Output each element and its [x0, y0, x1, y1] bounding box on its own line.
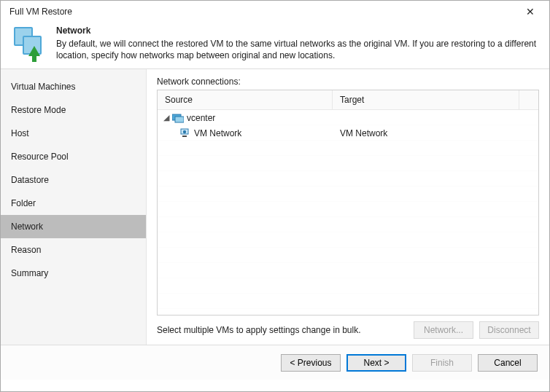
connections-grid: Source Target ◢ vcenter — [157, 90, 539, 315]
disconnect-button: Disconnect — [479, 321, 539, 339]
wizard-footer: < Previous Next > Finish Cancel — [1, 345, 549, 380]
source-network-label: VM Network — [194, 128, 241, 138]
sidebar-item-network[interactable]: Network — [1, 215, 146, 238]
finish-button: Finish — [412, 354, 472, 372]
tree-root-label: vcenter — [187, 113, 215, 123]
svg-point-3 — [183, 130, 186, 133]
column-target[interactable]: Target — [333, 90, 519, 109]
expand-caret-icon[interactable]: ◢ — [163, 113, 169, 122]
main-panel: Network connections: Source Target ◢ vce… — [147, 69, 549, 345]
previous-button[interactable]: < Previous — [281, 354, 341, 372]
grid-body[interactable]: ◢ vcenter VM Network V — [158, 110, 538, 315]
network-icon — [179, 128, 191, 138]
sidebar-item-host[interactable]: Host — [1, 122, 146, 145]
sidebar-item-folder[interactable]: Folder — [1, 192, 146, 215]
sidebar: Virtual Machines Restore Mode Host Resou… — [1, 69, 147, 345]
column-spacer — [519, 90, 538, 109]
column-source[interactable]: Source — [158, 90, 333, 109]
network-button: Network... — [414, 321, 473, 339]
vcenter-icon — [172, 113, 184, 123]
hint-text: Select multiple VMs to apply settings ch… — [157, 325, 360, 335]
window-title: Full VM Restore — [9, 7, 72, 17]
cancel-button[interactable]: Cancel — [478, 354, 538, 372]
sidebar-item-summary[interactable]: Summary — [1, 262, 146, 285]
target-network-label: VM Network — [333, 128, 538, 138]
wizard-body: Virtual Machines Restore Mode Host Resou… — [1, 69, 549, 345]
header-title: Network — [56, 26, 538, 36]
close-button[interactable]: ✕ — [519, 3, 542, 20]
header-description: By default, we will connect the restored… — [56, 38, 538, 61]
next-button[interactable]: Next > — [346, 354, 406, 372]
connections-label: Network connections: — [157, 77, 539, 87]
sidebar-item-reason[interactable]: Reason — [1, 238, 146, 262]
restore-icon — [12, 26, 47, 60]
hint-row: Select multiple VMs to apply settings ch… — [157, 315, 539, 339]
svg-rect-1 — [175, 117, 184, 122]
wizard-header: Network By default, we will connect the … — [1, 23, 549, 68]
svg-rect-4 — [182, 136, 187, 137]
tree-child-row[interactable]: VM Network VM Network — [158, 125, 538, 141]
grid-header: Source Target — [158, 90, 538, 110]
sidebar-item-virtual-machines[interactable]: Virtual Machines — [1, 75, 146, 98]
sidebar-item-restore-mode[interactable]: Restore Mode — [1, 98, 146, 122]
titlebar: Full VM Restore ✕ — [1, 1, 549, 23]
sidebar-item-datastore[interactable]: Datastore — [1, 168, 146, 192]
tree-root-row[interactable]: ◢ vcenter — [158, 110, 538, 125]
sidebar-item-resource-pool[interactable]: Resource Pool — [1, 145, 146, 168]
